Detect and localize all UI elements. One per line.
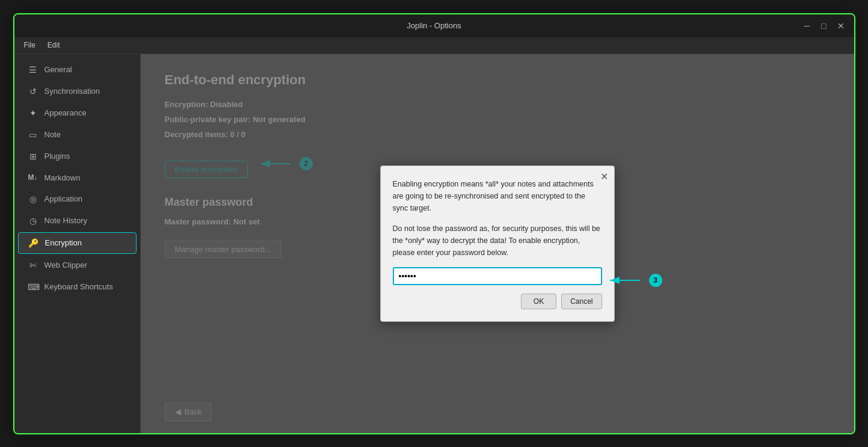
sidebar-label-plugins: Plugins (45, 152, 70, 161)
step3-badge: 3 (649, 274, 662, 287)
markdown-icon: M↓ (28, 173, 38, 182)
edit-menu[interactable]: Edit (43, 40, 65, 51)
modal-text-line1: Enabling encryption means *all* your not… (393, 178, 602, 214)
sidebar-item-plugins[interactable]: ⊞ Plugins 1 (18, 146, 137, 167)
plugins-icon: ⊞ (28, 152, 38, 161)
window-title: Joplin - Options (407, 21, 461, 30)
sidebar-item-application[interactable]: ◎ Application (18, 189, 137, 209)
sidebar: ☰ General ↺ Synchronisation ✦ Appearance… (14, 54, 141, 433)
modal-input-area: 3 (393, 267, 602, 294)
keyboard-icon: ⌨ (28, 282, 38, 292)
sidebar-label-application: Application (45, 194, 83, 203)
titlebar: Joplin - Options ─ □ ✕ (14, 14, 854, 37)
sidebar-label-general: General (45, 65, 72, 74)
main-content-area: End-to-end encryption Encryption: Disabl… (141, 54, 854, 433)
sidebar-item-note-history[interactable]: ◷ Note History (18, 211, 137, 231)
sidebar-label-markdown: Markdown (45, 173, 81, 182)
minimize-button[interactable]: ─ (801, 20, 813, 32)
sidebar-item-markdown[interactable]: M↓ Markdown (18, 168, 137, 188)
sidebar-item-appearance[interactable]: ✦ Appearance (18, 103, 137, 123)
modal-cancel-button[interactable]: Cancel (561, 294, 602, 309)
step3-annotation: 3 (607, 273, 662, 288)
encryption-icon: 🔑 (28, 238, 39, 248)
content-area: ☰ General ↺ Synchronisation ✦ Appearance… (14, 54, 854, 433)
close-button[interactable]: ✕ (835, 20, 847, 32)
sidebar-label-web-clipper: Web Clipper (45, 260, 87, 270)
sidebar-item-synchronisation[interactable]: ↺ Synchronisation (18, 81, 137, 102)
sidebar-item-note[interactable]: ▭ Note (18, 125, 137, 145)
modal-ok-button[interactable]: OK (521, 294, 556, 309)
sidebar-label-encryption: Encryption (45, 238, 82, 247)
password-input[interactable] (393, 267, 602, 285)
sidebar-item-web-clipper[interactable]: ✄ Web Clipper (18, 255, 137, 276)
sidebar-label-note: Note (45, 130, 61, 139)
sidebar-label-appearance: Appearance (45, 108, 87, 117)
modal-text-line2: Do not lose the password as, for securit… (393, 223, 602, 259)
sidebar-item-keyboard-shortcuts[interactable]: ⌨ Keyboard Shortcuts (18, 277, 137, 297)
note-icon: ▭ (28, 130, 38, 140)
application-icon: ◎ (28, 194, 38, 204)
sidebar-label-synchronisation: Synchronisation (45, 87, 100, 96)
sidebar-label-keyboard-shortcuts: Keyboard Shortcuts (45, 282, 113, 291)
web-clipper-icon: ✄ (28, 260, 38, 270)
menubar: File Edit (14, 37, 854, 54)
window-controls: ─ □ ✕ (801, 20, 847, 32)
note-history-icon: ◷ (28, 216, 38, 226)
maximize-button[interactable]: □ (818, 20, 830, 32)
appearance-icon: ✦ (28, 108, 38, 118)
modal-overlay: ✕ Enabling encryption means *all* your n… (141, 54, 854, 433)
step3-arrow-svg (607, 273, 643, 288)
main-window: Joplin - Options ─ □ ✕ File Edit ☰ Gener… (13, 13, 855, 434)
file-menu[interactable]: File (19, 40, 40, 51)
encryption-modal: ✕ Enabling encryption means *all* your n… (380, 165, 615, 322)
sidebar-item-encryption[interactable]: 🔑 Encryption (18, 232, 137, 254)
modal-buttons: OK Cancel (393, 294, 602, 309)
sidebar-label-note-history: Note History (45, 216, 88, 225)
modal-close-button[interactable]: ✕ (600, 171, 608, 182)
general-icon: ☰ (28, 65, 38, 75)
sync-icon: ↺ (28, 87, 38, 96)
sidebar-item-general[interactable]: ☰ General (18, 60, 137, 80)
